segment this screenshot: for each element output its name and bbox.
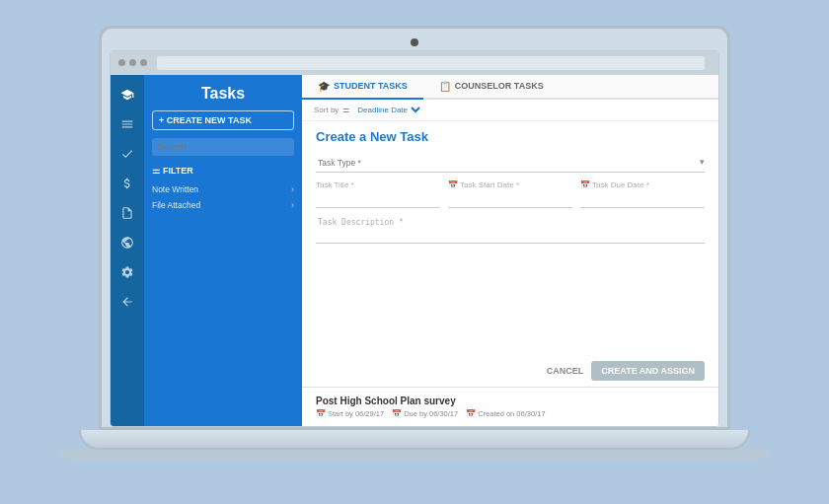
form-area: Create a New Task ▾ — [302, 121, 718, 355]
browser-chrome — [111, 51, 718, 75]
task-item-title: Post High School Plan survey — [316, 396, 705, 406]
form-row-title-dates: Task Title * 📅 Task Start Date * — [316, 180, 705, 208]
filter-icon: ⚌ — [152, 166, 160, 176]
form-row-description — [316, 216, 705, 244]
task-created-meta: 📅 Created on 06/30/17 — [466, 409, 545, 418]
filter-note-written[interactable]: Note Written › — [152, 181, 294, 197]
nav-icon-file[interactable] — [115, 201, 139, 225]
filter-header: ⚌ FILTER — [152, 166, 294, 176]
main-content: 🎓 STUDENT TASKS 📋 COUNSELOR TASKS Sort b… — [302, 75, 718, 426]
browser-addressbar — [157, 56, 705, 70]
task-due-meta: 📅 Due by 06/30/17 — [392, 409, 458, 418]
laptop-screen: Tasks + CREATE NEW TASK ⚌ FILTER Note Wr… — [110, 50, 719, 427]
sort-select[interactable]: Deadline Date — [353, 105, 423, 115]
tab-counselor-tasks[interactable]: 📋 COUNSELOR TASKS — [423, 75, 560, 100]
task-title-field[interactable]: Task Title * — [316, 180, 440, 208]
student-tasks-icon: 🎓 — [318, 81, 330, 92]
start-icon: 📅 — [316, 409, 326, 418]
filter-file-attached[interactable]: File Attached › — [152, 197, 294, 213]
cancel-button[interactable]: CANCEL — [547, 361, 584, 381]
nav-icon-dollar[interactable] — [115, 172, 139, 195]
nav-icon-globe[interactable] — [115, 231, 139, 254]
sidebar: Tasks + CREATE NEW TASK ⚌ FILTER Note Wr… — [144, 75, 302, 426]
laptop-base-bottom — [59, 450, 770, 460]
due-icon: 📅 — [392, 409, 402, 418]
filter-arrow-note: › — [291, 184, 294, 194]
form-row-task-type: ▾ — [316, 154, 705, 173]
task-start-date-field[interactable]: 📅 Task Start Date * — [448, 180, 572, 208]
create-and-assign-button[interactable]: CREATE AND ASSIGN — [591, 361, 705, 381]
calendar-due-icon: 📅 — [580, 180, 590, 189]
browser-dot-3 — [140, 59, 147, 66]
form-title: Create a New Task — [316, 129, 705, 144]
nav-icon-graduation[interactable] — [115, 83, 139, 107]
search-input[interactable] — [152, 138, 294, 156]
calendar-start-icon: 📅 — [448, 180, 458, 189]
task-meta: 📅 Start by 06/29/17 📅 Due by 06/30/17 📅 … — [316, 409, 705, 418]
browser-dot-1 — [118, 59, 125, 66]
nav-icon-check[interactable] — [115, 142, 139, 166]
task-item[interactable]: Post High School Plan survey 📅 Start by … — [302, 387, 718, 426]
nav-icon-back[interactable] — [115, 290, 139, 314]
created-icon: 📅 — [466, 409, 476, 418]
task-description-input[interactable] — [316, 216, 705, 244]
sort-bar: Sort by ⚌ Deadline Date — [302, 100, 718, 121]
action-row: CANCEL CREATE AND ASSIGN — [302, 355, 718, 387]
task-start-meta: 📅 Start by 06/29/17 — [316, 409, 384, 418]
sidebar-title: Tasks — [152, 85, 294, 103]
laptop-base — [79, 430, 750, 450]
tabs-bar: 🎓 STUDENT TASKS 📋 COUNSELOR TASKS — [302, 75, 718, 100]
browser-dot-2 — [129, 59, 136, 66]
nav-icon-settings[interactable] — [115, 260, 139, 284]
nav-icons — [111, 75, 144, 426]
nav-icon-menu[interactable] — [115, 112, 139, 136]
app-container: Tasks + CREATE NEW TASK ⚌ FILTER Note Wr… — [111, 75, 718, 426]
task-type-dropdown-arrow: ▾ — [700, 157, 705, 167]
create-new-task-button[interactable]: + CREATE NEW TASK — [152, 110, 294, 130]
laptop-camera — [411, 38, 418, 46]
sort-icon: ⚌ — [342, 106, 349, 114]
filter-arrow-file: › — [291, 200, 294, 210]
tab-student-tasks[interactable]: 🎓 STUDENT TASKS — [302, 75, 423, 100]
counselor-tasks-icon: 📋 — [439, 81, 451, 92]
task-due-date-field[interactable]: 📅 Task Due Date * — [580, 180, 705, 208]
task-type-input[interactable] — [316, 154, 700, 170]
task-type-field[interactable]: ▾ — [316, 154, 705, 173]
